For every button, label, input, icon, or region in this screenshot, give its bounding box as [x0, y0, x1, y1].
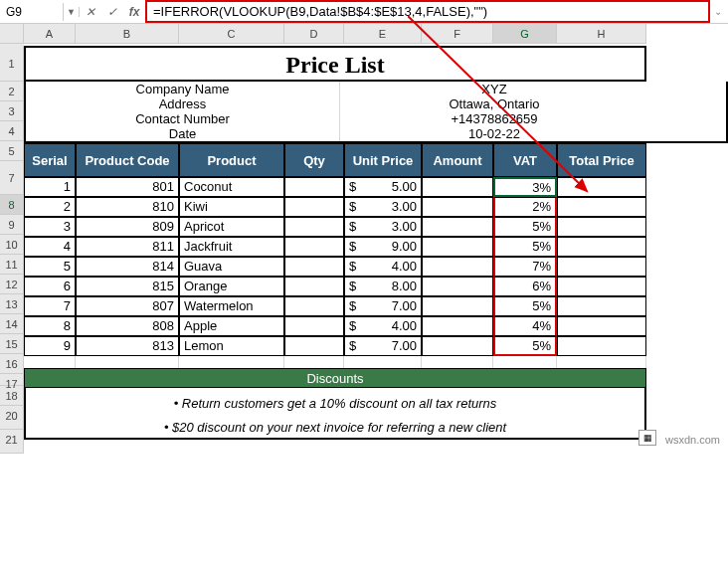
- cancel-icon[interactable]: ✕: [80, 5, 101, 19]
- cell-vat[interactable]: 4%: [493, 316, 557, 336]
- cell-amount[interactable]: [422, 296, 493, 316]
- cell-price[interactable]: $7.00: [344, 296, 422, 316]
- cell-product[interactable]: Lemon: [179, 336, 284, 356]
- cell-serial[interactable]: 8: [24, 316, 76, 336]
- cell-total[interactable]: [557, 197, 646, 217]
- row-header[interactable]: 5: [0, 141, 24, 161]
- row-header[interactable]: 15: [0, 334, 24, 354]
- row-header[interactable]: 10: [0, 235, 24, 255]
- row-header[interactable]: 12: [0, 275, 24, 294]
- cell-price[interactable]: $3.00: [344, 217, 422, 237]
- cell-serial[interactable]: 9: [24, 336, 76, 356]
- row-header[interactable]: 7: [0, 161, 24, 195]
- cell-serial[interactable]: 5: [24, 257, 76, 277]
- cell-code[interactable]: 811: [76, 237, 179, 257]
- cell-price[interactable]: $5.00: [344, 177, 422, 197]
- col-header[interactable]: C: [179, 24, 284, 44]
- cell-amount[interactable]: [422, 277, 493, 296]
- cell-code[interactable]: 814: [76, 257, 179, 277]
- cell-serial[interactable]: 7: [24, 296, 76, 316]
- cell-product[interactable]: Apricot: [179, 217, 284, 237]
- cell-amount[interactable]: [422, 197, 493, 217]
- row-header[interactable]: 3: [0, 101, 24, 121]
- cell-amount[interactable]: [422, 257, 493, 277]
- cell-total[interactable]: [557, 336, 646, 356]
- sheet-area[interactable]: A B C D E F G H Price List Company Name …: [24, 24, 728, 454]
- cell-product[interactable]: Guava: [179, 257, 284, 277]
- cell-vat[interactable]: 5%: [493, 336, 557, 356]
- cell-vat[interactable]: 3%: [493, 177, 557, 197]
- cell-total[interactable]: [557, 217, 646, 237]
- col-header[interactable]: E: [344, 24, 422, 44]
- cell-total[interactable]: [557, 237, 646, 257]
- col-header[interactable]: F: [422, 24, 493, 44]
- col-header[interactable]: D: [284, 24, 344, 44]
- row-header[interactable]: 20: [0, 406, 24, 430]
- cell-vat[interactable]: 5%: [493, 296, 557, 316]
- cell-total[interactable]: [557, 177, 646, 197]
- cell-code[interactable]: 809: [76, 217, 179, 237]
- cell-qty[interactable]: [284, 257, 344, 277]
- col-header[interactable]: A: [24, 24, 76, 44]
- cell-code[interactable]: 808: [76, 316, 179, 336]
- cell-vat[interactable]: 6%: [493, 277, 557, 296]
- cell-price[interactable]: $9.00: [344, 237, 422, 257]
- name-box-dropdown-icon[interactable]: ▼: [64, 7, 80, 17]
- cell-product[interactable]: Kiwi: [179, 197, 284, 217]
- cell-qty[interactable]: [284, 237, 344, 257]
- cell-serial[interactable]: 4: [24, 237, 76, 257]
- select-all-cell[interactable]: [0, 24, 24, 44]
- cell-code[interactable]: 810: [76, 197, 179, 217]
- row-header[interactable]: 13: [0, 294, 24, 314]
- cell-product[interactable]: Watermelon: [179, 296, 284, 316]
- cell-serial[interactable]: 6: [24, 277, 76, 296]
- row-header[interactable]: 9: [0, 215, 24, 235]
- cell-vat[interactable]: 5%: [493, 217, 557, 237]
- cell-qty[interactable]: [284, 336, 344, 356]
- row-header[interactable]: 17: [0, 374, 24, 386]
- cell-amount[interactable]: [422, 177, 493, 197]
- cell-price[interactable]: $7.00: [344, 336, 422, 356]
- cell-price[interactable]: $4.00: [344, 316, 422, 336]
- row-header[interactable]: 16: [0, 354, 24, 374]
- cell-product[interactable]: Apple: [179, 316, 284, 336]
- cell-qty[interactable]: [284, 177, 344, 197]
- cell-vat[interactable]: 5%: [493, 237, 557, 257]
- cell-qty[interactable]: [284, 316, 344, 336]
- cell-serial[interactable]: 2: [24, 197, 76, 217]
- cell-serial[interactable]: 3: [24, 217, 76, 237]
- enter-icon[interactable]: ✓: [101, 5, 123, 19]
- row-header[interactable]: 11: [0, 255, 24, 275]
- cell-serial[interactable]: 1: [24, 177, 76, 197]
- cell-price[interactable]: $4.00: [344, 257, 422, 277]
- cell-price[interactable]: $3.00: [344, 197, 422, 217]
- cell-qty[interactable]: [284, 217, 344, 237]
- cell-total[interactable]: [557, 296, 646, 316]
- autofill-options-icon[interactable]: ▦: [638, 430, 656, 446]
- row-header[interactable]: 1: [0, 46, 24, 82]
- cell-total[interactable]: [557, 277, 646, 296]
- cell-product[interactable]: Coconut: [179, 177, 284, 197]
- row-header[interactable]: 8: [0, 195, 24, 215]
- formula-input[interactable]: =IFERROR(VLOOKUP(B9,Data!$B$4:$E$13,4,FA…: [145, 0, 710, 23]
- row-header[interactable]: 21: [0, 430, 24, 454]
- row-header[interactable]: 14: [0, 314, 24, 334]
- col-header[interactable]: H: [557, 24, 646, 44]
- cell-code[interactable]: 801: [76, 177, 179, 197]
- cell-price[interactable]: $8.00: [344, 277, 422, 296]
- cell-qty[interactable]: [284, 296, 344, 316]
- row-header[interactable]: 4: [0, 121, 24, 141]
- cell-product[interactable]: Jackfruit: [179, 237, 284, 257]
- cell-code[interactable]: 807: [76, 296, 179, 316]
- cell-vat[interactable]: 7%: [493, 257, 557, 277]
- col-header[interactable]: B: [76, 24, 179, 44]
- col-header[interactable]: G: [493, 24, 557, 44]
- cell-qty[interactable]: [284, 197, 344, 217]
- cell-qty[interactable]: [284, 277, 344, 296]
- name-box[interactable]: G9: [0, 3, 64, 21]
- cell-total[interactable]: [557, 257, 646, 277]
- cell-amount[interactable]: [422, 336, 493, 356]
- row-header[interactable]: 18: [0, 386, 24, 406]
- cell-amount[interactable]: [422, 316, 493, 336]
- cell-vat[interactable]: 2%: [493, 197, 557, 217]
